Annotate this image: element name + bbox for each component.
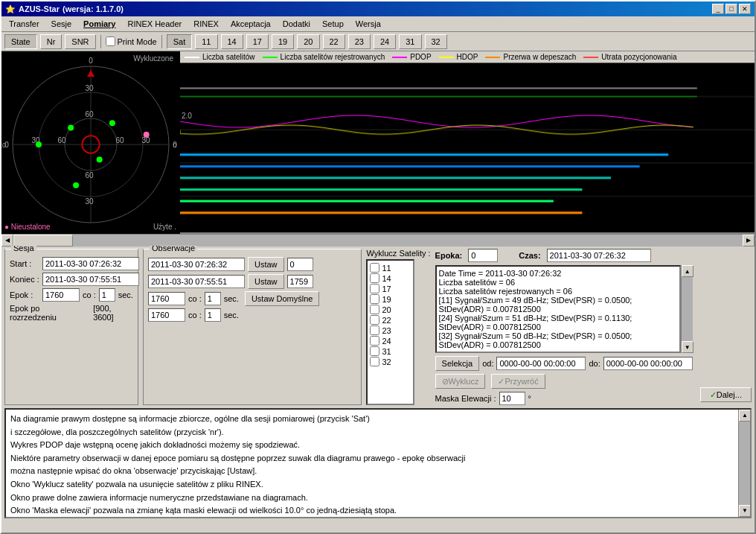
legend-label-4: HDOP: [457, 53, 478, 61]
info-scroll-track[interactable]: [682, 277, 693, 341]
wyklucz-24-checkbox[interactable]: [370, 336, 379, 346]
menu-transfer[interactable]: Transfer: [3, 18, 45, 30]
maximize-button[interactable]: □: [725, 4, 737, 14]
uzyte-label: Użyte .: [153, 223, 176, 231]
state-button[interactable]: State: [4, 34, 37, 49]
czas-input[interactable]: [547, 249, 651, 262]
obs-ustaw-domyslne-btn[interactable]: Ustaw Domyślne: [245, 291, 320, 306]
obs-ustaw-btn1[interactable]: Ustaw: [248, 257, 284, 272]
sesja-start-input[interactable]: [42, 257, 139, 270]
do-input[interactable]: [603, 357, 693, 370]
info-scroll-down[interactable]: ▼: [682, 341, 693, 353]
info-text-line-3: Wykres PDOP daje wstępną ocenę jakich do…: [10, 439, 735, 452]
info-bottom-scroll-down[interactable]: ▼: [739, 505, 751, 517]
sat-tab-31[interactable]: 31: [399, 34, 421, 49]
sat-tab-17[interactable]: 17: [246, 34, 269, 49]
toolbar: State Nr SNR Print Mode Sat 11 14 17 19 …: [1, 32, 755, 51]
sesja-sec-label: sec.: [118, 290, 133, 299]
close-button[interactable]: ✕: [739, 4, 751, 14]
info-text-line-6: Okno 'Wyklucz satelity' pozwala na usuni…: [10, 478, 735, 492]
scroll-thumb[interactable]: [13, 235, 73, 247]
obs-epok-input[interactable]: [148, 292, 185, 305]
app-version: (wersja: 1.1.7.0): [63, 4, 124, 13]
obs-end-input[interactable]: [148, 275, 245, 288]
print-mode-label: Print Mode: [118, 37, 157, 46]
od-input[interactable]: [496, 357, 586, 370]
menu-dodatki[interactable]: Dodatki: [277, 18, 316, 30]
wyklucz-23: 23: [370, 325, 411, 335]
sat-tab-23[interactable]: 23: [348, 34, 371, 49]
wyklucz-14-label: 14: [382, 274, 391, 283]
wyklucz-action-btn[interactable]: ⊘ Wyklucz: [435, 374, 486, 389]
wyklucz-23-checkbox[interactable]: [370, 325, 379, 335]
wyklucz-14: 14: [370, 273, 411, 283]
menu-pomiary[interactable]: Pomiary: [77, 18, 121, 30]
wyklucz-22-label: 22: [382, 316, 391, 325]
menu-rinex[interactable]: RINEX: [188, 18, 225, 30]
wyklucz-20: 20: [370, 305, 411, 314]
scroll-left-button[interactable]: ◀: [1, 235, 13, 247]
legend-bar: Liczba satelitów Liczba satelitów rejest…: [180, 51, 755, 63]
sat-tab-20[interactable]: 20: [297, 34, 319, 49]
sesja-rozrz-label: Epok po rozrzedzeniu: [10, 304, 87, 322]
wyklucz-11-checkbox[interactable]: [370, 263, 379, 273]
obs-value2-input[interactable]: [287, 275, 313, 288]
obs-ustaw-btn2[interactable]: Ustaw: [248, 274, 284, 289]
wykluczone-label: Wykluczone: [133, 54, 173, 63]
legend-liczba-sat-rej: Liczba satelitów rejestrowanych: [263, 53, 385, 61]
wyklucz-22-checkbox[interactable]: [370, 315, 379, 325]
menu-akceptacja[interactable]: Akceptacja: [225, 18, 277, 30]
dalej-button[interactable]: ✓ Dalej...: [700, 387, 752, 402]
menu-setup[interactable]: Setup: [316, 18, 350, 30]
menu-wersja[interactable]: Wersja: [350, 18, 387, 30]
dalej-container: ✓ Dalej...: [700, 249, 752, 405]
print-mode-checkbox[interactable]: [106, 36, 115, 46]
sat-button[interactable]: Sat: [167, 34, 193, 49]
wyklucz-20-checkbox[interactable]: [370, 305, 379, 314]
sesja-epok-input[interactable]: [42, 288, 80, 302]
scroll-track[interactable]: [13, 235, 743, 247]
right-chart-canvas: [180, 63, 755, 229]
sat-tab-32[interactable]: 32: [425, 34, 447, 49]
info-scroll-up[interactable]: ▲: [682, 265, 693, 277]
wyklucz-14-checkbox[interactable]: [370, 273, 379, 283]
sat-tab-14[interactable]: 14: [221, 34, 243, 49]
selekcja-button[interactable]: Selekcja: [435, 356, 480, 371]
przywroc-action-btn[interactable]: ✓ Przywróć: [491, 374, 545, 389]
maska-unit: °: [528, 394, 531, 403]
info-bottom-scroll-up[interactable]: ▲: [739, 410, 751, 422]
sat-tab-11[interactable]: 11: [195, 34, 217, 49]
wyklucz-32-label: 32: [382, 357, 391, 366]
snr-button[interactable]: SNR: [65, 34, 95, 49]
obs-co2-input[interactable]: [205, 308, 221, 322]
sat-tab-22[interactable]: 22: [323, 34, 345, 49]
obs-epok2-input[interactable]: [148, 308, 185, 322]
legend-liczba-sat: Liczba satelitów: [185, 53, 255, 61]
wyklucz-19-checkbox[interactable]: [370, 294, 379, 304]
bottom-section: Sesja Start : Koniec : Epok : co :: [1, 246, 755, 533]
obs-start-row: Ustaw: [148, 257, 356, 272]
sat-tab-24[interactable]: 24: [374, 34, 396, 49]
menu-sesje[interactable]: Sesje: [45, 18, 78, 30]
sesja-co-input[interactable]: [99, 288, 115, 302]
wyklucz-32-checkbox[interactable]: [370, 357, 379, 366]
wyklucz-17-checkbox[interactable]: [370, 284, 379, 293]
obs-value1-input[interactable]: [287, 258, 313, 271]
wyklucz-31-checkbox[interactable]: [370, 346, 379, 356]
nr-button[interactable]: Nr: [40, 34, 63, 49]
maska-input[interactable]: [499, 392, 525, 405]
toolbar-sep1: [100, 35, 101, 48]
menu-rinex-header[interactable]: RINEX Header: [122, 18, 188, 30]
obs-co-input[interactable]: [205, 292, 221, 305]
legend-utrata: Utrata pozycjonowania: [583, 53, 676, 61]
czas-label: Czas:: [519, 251, 540, 260]
wyklucz-icon: ⊘: [442, 377, 449, 387]
sat-tab-19[interactable]: 19: [272, 34, 294, 49]
obs-start-input[interactable]: [148, 258, 245, 271]
scroll-right-button[interactable]: ▶: [743, 235, 755, 247]
minimize-button[interactable]: _: [712, 4, 724, 14]
epoka-input[interactable]: [468, 249, 498, 262]
sesja-koniec-input[interactable]: [42, 273, 139, 286]
legend-line-4: [439, 57, 454, 58]
info-bottom-scroll-track[interactable]: [739, 422, 750, 505]
